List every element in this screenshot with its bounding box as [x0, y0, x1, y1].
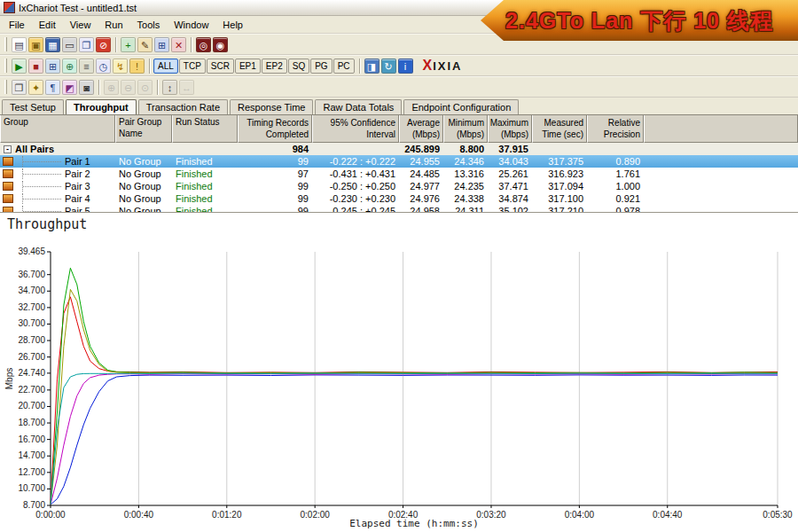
y-axis-label: Mbps — [4, 368, 14, 389]
pair-row[interactable]: Pair 1No GroupFinished99-0.222 : +0.2222… — [0, 155, 798, 168]
x-tick-label: 0:00:40 — [124, 510, 154, 520]
warning-icon[interactable]: ! — [129, 59, 145, 74]
replicate-pair-icon[interactable]: ⊞ — [154, 37, 169, 52]
collapse-expander-icon[interactable]: - — [4, 145, 12, 153]
cell: 317.100 — [532, 193, 587, 204]
new-window-icon[interactable]: ❐ — [12, 80, 27, 95]
fit-columns-icon: ↔ — [179, 80, 194, 95]
refresh-view-icon[interactable]: ↻ — [381, 59, 396, 74]
all-pairs-row[interactable]: -All Pairs984245.8998.80037.915 — [0, 143, 798, 155]
find-next-icon[interactable]: ◉ — [213, 37, 228, 52]
protocol-button-all[interactable]: ALL — [153, 59, 178, 74]
info-icon[interactable]: i — [398, 59, 413, 74]
column-header-5[interactable]: Average (Mbps) — [399, 115, 443, 143]
abort-run-icon[interactable]: ⊘ — [96, 37, 111, 52]
add-pair-icon[interactable]: + — [121, 37, 136, 52]
cell: 316.923 — [532, 168, 587, 179]
tab-test-setup[interactable]: Test Setup — [2, 99, 64, 114]
run-test-icon[interactable]: ▶ — [12, 59, 27, 74]
tab-response-time[interactable]: Response Time — [230, 99, 313, 114]
tree-connector — [22, 193, 65, 204]
cell: 99 — [238, 156, 312, 167]
print-icon[interactable]: ▭ — [62, 37, 77, 52]
schedule-icon[interactable]: ◷ — [96, 59, 111, 74]
toolbar-grip[interactable] — [4, 59, 7, 73]
toolbar-grip[interactable] — [4, 80, 7, 94]
menu-item-window[interactable]: Window — [167, 17, 215, 33]
pair-row[interactable]: Pair 5No GroupFinished99-0.245 : +0.2452… — [0, 205, 798, 213]
wizard-icon[interactable]: ✦ — [28, 80, 43, 95]
cell: 1.761 — [587, 168, 644, 179]
cell: Finished — [172, 193, 238, 204]
column-header-6[interactable]: Minimum (Mbps) — [443, 115, 488, 143]
column-header-8[interactable]: Measured Time (sec) — [532, 115, 587, 143]
protocol-button-ep1[interactable]: EP1 — [235, 59, 261, 74]
ixia-logo-x: X — [423, 59, 433, 72]
open-test-icon[interactable]: ▣ — [28, 37, 43, 52]
pair-icon — [3, 194, 13, 203]
comment-icon[interactable]: ¶ — [45, 80, 60, 95]
stop-test-icon[interactable]: ■ — [28, 59, 43, 74]
menu-item-view[interactable]: View — [63, 17, 98, 33]
group-cell: Pair 4 — [0, 193, 115, 204]
menu-item-tools[interactable]: Tools — [130, 17, 168, 33]
column-header-3[interactable]: Timing Records Completed — [238, 115, 312, 143]
app-icon — [4, 2, 15, 13]
protocol-button-pc[interactable]: PC — [333, 59, 355, 74]
menu-item-help[interactable]: Help — [215, 17, 250, 33]
menu-item-edit[interactable]: Edit — [32, 17, 63, 33]
add-endpoint-pair-icon[interactable]: ⊞ — [45, 59, 60, 74]
cell: 34.043 — [488, 156, 532, 167]
menu-item-run[interactable]: Run — [98, 17, 129, 33]
tree-connector — [22, 206, 65, 213]
edit-pair-icon[interactable]: ✎ — [137, 37, 153, 52]
column-header-1[interactable]: Pair Group Name — [115, 115, 172, 143]
pair-row[interactable]: Pair 3No GroupFinished99-0.250 : +0.2502… — [0, 180, 798, 192]
protocol-button-tcp[interactable]: TCP — [179, 59, 206, 74]
column-header-2[interactable]: Run Status — [172, 115, 238, 143]
column-header-0[interactable]: Group — [0, 115, 115, 143]
save-test-icon[interactable]: ▦ — [45, 37, 60, 52]
pair-row[interactable]: Pair 2No GroupFinished97-0.431 : +0.4312… — [0, 168, 798, 180]
add-multicast-group-icon[interactable]: ⊕ — [62, 59, 77, 74]
cell: No Group — [115, 181, 172, 192]
cell: 24.955 — [399, 156, 443, 167]
toolbar-grip[interactable] — [4, 37, 7, 51]
cell: -0.222 : +0.222 — [312, 156, 399, 167]
protocol-button-sq[interactable]: SQ — [288, 59, 309, 74]
delete-pair-icon[interactable]: ✕ — [171, 37, 186, 52]
pair-icon — [3, 169, 13, 178]
tab-raw-data-totals[interactable]: Raw Data Totals — [315, 99, 402, 114]
toolbar-run: ▶■⊞⊕≡◷↯! ALLTCPSCREP1EP2SQPGPC ◨↻i X IXI… — [0, 55, 798, 76]
column-header-4[interactable]: 95% Confidence Interval — [312, 115, 399, 143]
menu-item-file[interactable]: File — [2, 17, 32, 33]
protocol-button-scr[interactable]: SCR — [207, 59, 234, 74]
resize-rows-icon[interactable]: ↕ — [162, 80, 177, 95]
tree-connector — [22, 181, 65, 192]
copy-icon[interactable]: ❐ — [79, 37, 94, 52]
tab-transaction-rate[interactable]: Transaction Rate — [138, 99, 228, 114]
protocol-button-ep2[interactable]: EP2 — [262, 59, 287, 74]
new-test-icon[interactable]: ▤ — [12, 37, 27, 52]
y-tick-label: 14.700 — [18, 450, 45, 460]
endpoint-view-icon[interactable]: ◨ — [364, 59, 379, 74]
palette-icon[interactable]: ◩ — [62, 80, 77, 95]
series-line-pair-4 — [51, 289, 778, 505]
cell: No Group — [115, 206, 172, 213]
column-header-7[interactable]: Maximum (Mbps) — [488, 115, 532, 143]
lightning-icon[interactable]: ↯ — [113, 59, 128, 74]
x-tick-label: 0:02:00 — [300, 510, 330, 520]
find-icon[interactable]: ◎ — [196, 37, 211, 52]
edit-run-options-icon[interactable]: ≡ — [79, 59, 94, 74]
column-header-9[interactable]: Relative Precision — [587, 115, 644, 143]
protocol-button-pg[interactable]: PG — [310, 59, 332, 74]
cell: 25.261 — [488, 168, 532, 179]
tab-throughput[interactable]: Throughput — [66, 99, 137, 114]
snapshot-icon[interactable]: ◙ — [79, 80, 94, 95]
cell: 0.978 — [587, 206, 644, 213]
pair-row[interactable]: Pair 4No GroupFinished99-0.230 : +0.2302… — [0, 192, 798, 205]
y-tick-label: 26.700 — [18, 352, 45, 362]
tab-endpoint-configuration[interactable]: Endpoint Configuration — [403, 99, 519, 114]
y-tick-label: 8.700 — [23, 500, 45, 510]
pair-label: Pair 3 — [65, 181, 90, 192]
